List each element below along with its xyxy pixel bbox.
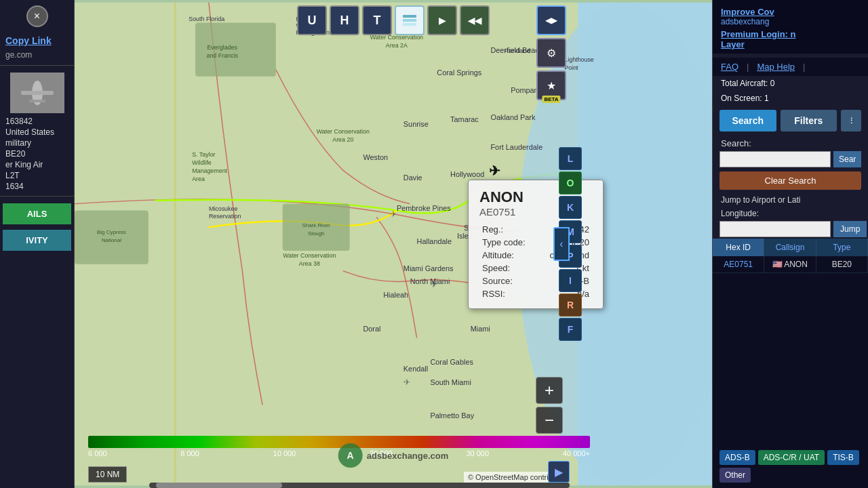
collapse-panel-button[interactable]: ◀▶ (536, 5, 566, 35)
alt-label-1: 6 000 (88, 449, 107, 458)
svg-text:Coral Springs: Coral Springs (437, 68, 481, 77)
svg-text:Point: Point (564, 64, 578, 71)
side-nav-l[interactable]: L (559, 147, 582, 170)
svg-text:Doral: Doral (363, 325, 380, 333)
details-button[interactable]: AILS (3, 203, 71, 224)
svg-text:Kendall: Kendall (403, 365, 428, 373)
search-submit-button[interactable]: Sear (833, 151, 861, 167)
logo-text: adsbexchange.com (367, 451, 449, 461)
svg-text:Sunrise: Sunrise (403, 120, 429, 128)
source-adsb[interactable]: ADS-B (719, 450, 755, 465)
svg-rect-63 (403, 19, 416, 22)
copy-link[interactable]: Copy Link (0, 33, 74, 49)
svg-text:Parkland: Parkland (504, 47, 530, 54)
nav-sep2: | (803, 62, 805, 72)
svg-rect-62 (403, 15, 416, 18)
divider (0, 65, 74, 66)
filters-button[interactable]: Filters (781, 110, 837, 131)
svg-text:✈: ✈ (430, 279, 438, 289)
side-nav-f[interactable]: F (559, 318, 582, 341)
source-tisb[interactable]: TIS-B (827, 450, 859, 465)
svg-text:Management: Management (192, 167, 227, 174)
reg-row: 163842 (0, 116, 74, 127)
type-code-row: BE20 (0, 148, 74, 159)
svg-text:Palmetto Bay: Palmetto Bay (430, 411, 474, 420)
aircraft-table: Hex ID Callsign Type AE0751 🇺🇸 ANON BE20 (713, 239, 868, 445)
table-row[interactable]: AE0751 🇺🇸 ANON BE20 (713, 256, 868, 273)
nav-links: FAQ | Map Help | (713, 58, 868, 76)
svg-text:Everglades: Everglades (207, 44, 237, 51)
longitude-label: Longitude: (713, 206, 868, 220)
source-badges: ADS-B ADS-C/R / UAT TIS-B Other (713, 445, 868, 488)
btn-t[interactable]: T (362, 5, 392, 35)
favorites-button[interactable]: ★ BETA (536, 70, 566, 100)
svg-text:Shark River: Shark River (302, 222, 331, 228)
map-container[interactable]: Everglades and Francis Big Cypress Natio… (75, 0, 712, 488)
svg-text:Area 38: Area 38 (299, 260, 320, 267)
premium-login-link[interactable]: Premium Login: n Layer (721, 29, 860, 49)
domain-text: ge.com (0, 49, 74, 61)
improve-coverage-link[interactable]: Improve Cov (721, 7, 860, 17)
zoom-out-button[interactable]: − (536, 407, 563, 434)
col-hex-id[interactable]: Hex ID (713, 239, 764, 256)
svg-text:Micosukee: Micosukee (209, 205, 238, 212)
rssi-label: RSSI: (479, 287, 538, 300)
cell-type: BE20 (816, 256, 868, 272)
faq-link[interactable]: FAQ (721, 62, 738, 72)
jump-button[interactable]: Jump (833, 221, 867, 237)
activity-button[interactable]: IVITY (3, 230, 71, 251)
side-nav-i[interactable]: I (559, 269, 582, 292)
search-label: Search: (713, 136, 868, 150)
side-nav-r[interactable]: R (559, 293, 582, 317)
collapse-right-button[interactable]: ‹ (553, 227, 570, 261)
map-toolbar: U H T ▶ ◀◀ (297, 5, 490, 35)
search-input[interactable] (719, 151, 831, 167)
id-row: 1634 (0, 181, 74, 192)
zoom-in-button[interactable]: + (536, 377, 563, 404)
cell-hex: AE0751 (713, 256, 764, 272)
svg-text:Area 20: Area 20 (332, 136, 353, 143)
alt-label-3: 10 000 (273, 449, 296, 458)
svg-text:Area 2A: Area 2A (386, 42, 408, 49)
speed-label: Speed: (479, 262, 538, 274)
col-type[interactable]: Type (816, 239, 868, 256)
btn-h[interactable]: H (330, 5, 359, 35)
jump-input[interactable] (719, 221, 831, 237)
extra-button[interactable]: ⋮ (841, 110, 861, 131)
svg-text:South Miami: South Miami (430, 378, 471, 386)
svg-text:Area: Area (192, 176, 205, 182)
side-nav-o[interactable]: O (559, 171, 582, 195)
alt-label-2: 8 000 (180, 449, 199, 458)
clear-search-button[interactable]: Clear Search (719, 171, 861, 190)
svg-text:Fort Lauderdale: Fort Lauderdale (490, 143, 542, 151)
svg-text:Hallandale: Hallandale (417, 237, 452, 245)
table-header: Hex ID Callsign Type (713, 239, 868, 256)
nav-back-button[interactable]: ◀◀ (460, 5, 490, 35)
close-button[interactable]: × (26, 5, 48, 27)
settings-button[interactable]: ⚙ (536, 38, 566, 68)
improve-domain: adsbexchang (721, 17, 860, 26)
jump-label: Jump to Airport or Lati (713, 192, 868, 206)
site-logo: A adsbexchange.com (338, 443, 449, 468)
svg-text:South Florida: South Florida (189, 16, 224, 22)
svg-text:Water Conservation: Water Conservation (283, 252, 336, 259)
nav-forward-button[interactable]: ▶ (427, 5, 457, 35)
map-help-link[interactable]: Map Help (757, 62, 795, 72)
bottom-nav-button[interactable]: ▶ (548, 461, 570, 483)
source-adsc[interactable]: ADS-C/R / UAT (758, 450, 825, 465)
horizontal-scrollbar[interactable] (149, 483, 570, 488)
side-nav-k[interactable]: K (559, 196, 582, 219)
col-callsign[interactable]: Callsign (764, 239, 816, 256)
alt-label: Altitude: (479, 249, 538, 262)
flag-icon: 🇺🇸 (772, 260, 783, 269)
layers-button[interactable] (395, 5, 425, 35)
svg-text:Reservation: Reservation (209, 213, 241, 220)
btn-u[interactable]: U (297, 5, 327, 35)
svg-text:Miami: Miami (471, 325, 490, 333)
source-other[interactable]: Other (719, 468, 751, 483)
svg-text:Hialeah: Hialeah (383, 291, 408, 299)
aircraft-thumbnail (10, 73, 64, 113)
search-button[interactable]: Search (719, 110, 776, 131)
jump-row: Jump (713, 220, 868, 239)
svg-text:Water Conservation: Water Conservation (317, 128, 370, 135)
